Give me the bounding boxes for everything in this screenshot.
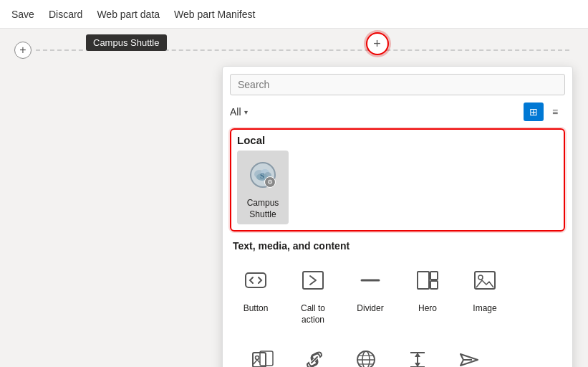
text-media-icon-grid: Button Call to action [230, 256, 565, 330]
local-icon-grid: S ⚙ CampusShuttle [237, 151, 558, 224]
image-label: Image [473, 303, 496, 315]
hero-label: Hero [418, 303, 437, 315]
divider-icon [350, 260, 390, 300]
call-to-action-label: Call to action [290, 303, 336, 325]
call-to-action-icon [293, 260, 333, 300]
button-icon [236, 260, 276, 300]
save-button[interactable]: Save [11, 9, 34, 20]
campus-shuttle-icon: S ⚙ [243, 155, 283, 195]
add-row-left-button[interactable]: + [14, 42, 32, 59]
grid-view-button[interactable]: ⊞ [524, 103, 544, 121]
svg-point-15 [256, 356, 259, 360]
text-media-title: Text, media, and content [230, 237, 565, 256]
search-bar [223, 67, 572, 100]
svg-rect-5 [246, 273, 266, 287]
discard-button[interactable]: Discard [49, 9, 82, 20]
image-gallery-item[interactable] [237, 335, 289, 367]
view-toggle: ⊞ ≡ [524, 103, 565, 121]
image-icon [465, 260, 505, 300]
hero-icon [408, 260, 448, 300]
spacer-item[interactable] [392, 335, 443, 367]
filter-row: All ▾ ⊞ ≡ [223, 100, 572, 125]
link-icon [294, 340, 334, 367]
local-section-title: Local [237, 134, 558, 151]
svg-rect-9 [430, 272, 438, 280]
filter-all-dropdown[interactable]: All ▾ [230, 106, 248, 118]
svg-rect-10 [430, 281, 438, 289]
divider-label: Divider [357, 303, 383, 315]
svg-rect-13 [253, 353, 266, 367]
tooltip-label: Campus Shuttle [86, 34, 167, 51]
site-activity-item[interactable] [340, 335, 392, 367]
site-activity-icon [346, 340, 386, 367]
button-item[interactable]: Button [230, 256, 281, 330]
spacer-icon [397, 340, 438, 367]
svg-text:S: S [260, 171, 264, 180]
sp-badge: ⚙ [264, 176, 276, 188]
call-to-action-item[interactable]: Call to action [287, 256, 339, 330]
button-label: Button [244, 303, 269, 315]
campus-shuttle-item[interactable]: S ⚙ CampusShuttle [237, 151, 289, 224]
top-bar: Save Discard Web part data Web part Mani… [0, 0, 588, 29]
sp-campus-icon: S ⚙ [249, 161, 277, 189]
web-part-manifest-button[interactable]: Web part Manifest [174, 9, 255, 20]
yammer-item[interactable] [443, 335, 495, 367]
svg-rect-8 [418, 272, 429, 289]
webpart-picker-panel: All ▾ ⊞ ≡ Local [222, 66, 573, 367]
svg-rect-6 [303, 272, 323, 289]
filter-all-label: All [230, 106, 241, 118]
chevron-down-icon: ▾ [244, 108, 248, 116]
text-media-section: Text, media, and content Button [223, 237, 572, 367]
hero-item[interactable]: Hero [402, 256, 453, 330]
svg-point-12 [478, 275, 483, 280]
yammer-icon [449, 340, 489, 367]
divider-item[interactable]: Divider [344, 256, 396, 330]
local-section: Local [230, 128, 565, 232]
image-item[interactable]: Image [459, 256, 511, 330]
plus-icon: + [373, 37, 381, 52]
link-item[interactable] [289, 335, 340, 367]
add-webpart-button[interactable]: + [366, 32, 389, 55]
list-view-button[interactable]: ≡ [545, 103, 565, 121]
canvas-area: + Campus Shuttle + All ▾ ⊞ ≡ Local [0, 29, 588, 367]
image-gallery-icon [243, 340, 283, 367]
bottom-icons-row [230, 335, 565, 367]
campus-shuttle-label: CampusShuttle [247, 198, 279, 220]
search-input[interactable] [230, 74, 565, 95]
add-row: + Campus Shuttle [14, 42, 574, 59]
web-part-data-button[interactable]: Web part data [97, 9, 160, 20]
